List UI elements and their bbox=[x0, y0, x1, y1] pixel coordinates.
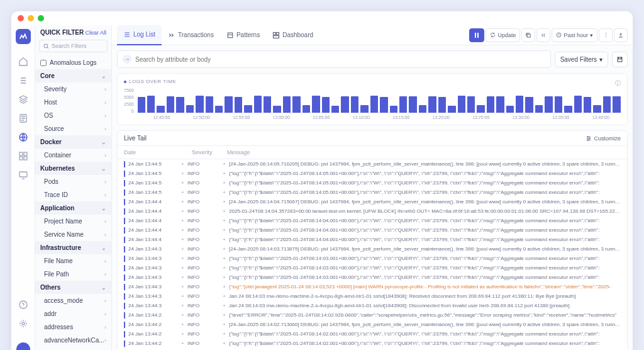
search-box[interactable]: → bbox=[117, 50, 551, 68]
bar[interactable] bbox=[206, 96, 213, 113]
bar[interactable] bbox=[593, 105, 601, 113]
bar[interactable] bbox=[574, 96, 582, 113]
filter-item[interactable]: Trace ID› bbox=[35, 188, 111, 201]
bar[interactable] bbox=[331, 106, 339, 113]
bar[interactable] bbox=[303, 105, 310, 113]
bar[interactable] bbox=[603, 96, 611, 113]
col-severity[interactable]: Severity bbox=[192, 149, 227, 155]
save-view-button[interactable] bbox=[612, 52, 628, 67]
log-row[interactable]: 24 Jan 13:44:4+INFO+2025-01-24T08:14:04.… bbox=[118, 206, 627, 216]
user-avatar[interactable] bbox=[16, 342, 30, 350]
saved-filters-button[interactable]: Saved Filters▾ bbox=[555, 52, 608, 67]
filter-item[interactable]: access_mode› bbox=[35, 294, 111, 307]
tab-dashboard[interactable]: Dashboard bbox=[266, 25, 319, 45]
bar[interactable] bbox=[283, 96, 291, 113]
filter-item[interactable]: OS› bbox=[35, 109, 111, 122]
log-row[interactable]: 24 Jan 13:44:2+INFO+[24-Jan-2025 08:14:0… bbox=[118, 320, 627, 329]
tab-log-list[interactable]: Log List bbox=[117, 25, 162, 45]
bar[interactable] bbox=[196, 96, 203, 113]
update-button[interactable]: Update bbox=[486, 28, 520, 42]
filter-item[interactable]: advanceNetworkCa...› bbox=[35, 334, 111, 347]
time-range-button[interactable]: Past hour▾ bbox=[552, 28, 597, 42]
bar[interactable] bbox=[273, 106, 280, 113]
bar[interactable] bbox=[555, 96, 562, 113]
bar[interactable] bbox=[380, 97, 387, 113]
bar[interactable] bbox=[506, 106, 514, 113]
bar[interactable] bbox=[186, 105, 194, 113]
grid-icon[interactable] bbox=[18, 151, 28, 161]
log-row[interactable]: 24 Jan 13:44:3+INFO+{"log":"{\"t\":{\"$d… bbox=[118, 273, 627, 282]
log-row[interactable]: 24 Jan 13:44:2+INFO+{"log":"{\"t\":{\"$d… bbox=[118, 339, 627, 348]
bar[interactable] bbox=[399, 96, 407, 113]
copy-button[interactable] bbox=[521, 28, 535, 42]
bar[interactable] bbox=[535, 105, 543, 113]
filter-group-docker[interactable]: Docker⌄ bbox=[35, 135, 111, 149]
home-icon[interactable] bbox=[18, 57, 28, 67]
bar[interactable] bbox=[496, 96, 504, 113]
bar[interactable] bbox=[584, 97, 591, 113]
help-icon[interactable] bbox=[18, 300, 28, 310]
filter-group-others[interactable]: Others⌄ bbox=[35, 281, 111, 294]
bar[interactable] bbox=[370, 96, 378, 113]
bar[interactable] bbox=[322, 97, 330, 113]
log-row[interactable]: 24 Jan 13:44:5+INFO+{"log":"{\"t\":{\"$d… bbox=[118, 188, 627, 197]
anomalous-checkbox[interactable]: Anomalous Logs bbox=[35, 56, 111, 69]
globe-icon[interactable] bbox=[18, 132, 28, 142]
log-row[interactable]: 24 Jan 13:44:2+INFO+{"level":"ERROR","ti… bbox=[118, 310, 627, 320]
filter-item[interactable]: Source› bbox=[35, 122, 111, 135]
bar[interactable] bbox=[215, 106, 223, 113]
bar[interactable] bbox=[419, 105, 426, 113]
bar[interactable] bbox=[351, 96, 358, 113]
bar[interactable] bbox=[438, 97, 446, 113]
col-message[interactable]: Message bbox=[227, 149, 621, 155]
bar[interactable] bbox=[516, 96, 523, 113]
bar[interactable] bbox=[292, 96, 300, 113]
customize-button[interactable]: Customize bbox=[586, 135, 621, 142]
tab-transactions[interactable]: Transactions bbox=[162, 25, 220, 45]
gear-icon[interactable] bbox=[18, 319, 28, 329]
bar[interactable] bbox=[157, 106, 164, 113]
more-button[interactable]: ⋮ bbox=[599, 28, 613, 42]
log-row[interactable]: 24 Jan 13:44:3+INFO+Jan 24 08:14:03 mw-d… bbox=[118, 301, 627, 310]
log-row[interactable]: 24 Jan 13:44:4+INFO+{"log":"{\"t\":{\"$d… bbox=[118, 225, 627, 235]
filter-item[interactable]: Container› bbox=[35, 149, 111, 162]
search-input[interactable] bbox=[135, 56, 545, 63]
log-row[interactable]: 24 Jan 13:44:3+INFO+{"log":"{\"t\":{\"$d… bbox=[118, 263, 627, 273]
tab-patterns[interactable]: Patterns bbox=[220, 25, 266, 45]
chart-bars[interactable] bbox=[138, 88, 621, 113]
monitor-icon[interactable] bbox=[18, 170, 28, 180]
bar[interactable] bbox=[545, 96, 552, 113]
layers-icon[interactable] bbox=[18, 94, 28, 104]
close-dot[interactable] bbox=[18, 15, 24, 21]
bar[interactable] bbox=[409, 96, 416, 113]
filter-item[interactable]: Host› bbox=[35, 96, 111, 109]
minimize-dot[interactable] bbox=[28, 15, 34, 21]
bar[interactable] bbox=[244, 105, 252, 113]
bar[interactable] bbox=[176, 97, 184, 113]
bar[interactable] bbox=[235, 97, 242, 113]
log-row[interactable]: 24 Jan 13:44:3+INFO+{"log":"{\"t\":{\"$d… bbox=[118, 254, 627, 263]
log-row[interactable]: 24 Jan 13:44:4+INFO+{"log":"{\"t\":{\"$d… bbox=[118, 216, 627, 225]
filter-item[interactable]: Severity› bbox=[35, 82, 111, 96]
bar[interactable] bbox=[525, 97, 533, 113]
bar[interactable] bbox=[264, 96, 271, 113]
filter-item[interactable]: agent.installation.ti...› bbox=[35, 347, 111, 350]
clear-all-link[interactable]: Clear All bbox=[85, 30, 106, 36]
filter-group-application[interactable]: Application⌄ bbox=[35, 201, 111, 215]
filter-item[interactable]: Service Name› bbox=[35, 228, 111, 241]
log-row[interactable]: 24 Jan 13:44:5+INFO+[24-Jan-2025 08:14:0… bbox=[118, 159, 627, 169]
log-row[interactable]: 24 Jan 13:44:2+INFO+{"log":"{\"t\":{\"$d… bbox=[118, 329, 627, 339]
log-row[interactable]: 24 Jan 13:44:4+INFO+{"log":"{\"t\":{\"$d… bbox=[118, 235, 627, 244]
bar[interactable] bbox=[564, 106, 572, 113]
log-row[interactable]: 24 Jan 13:44:5+INFO+{"log":"{\"t\":{\"$d… bbox=[118, 178, 627, 188]
bar[interactable] bbox=[390, 106, 397, 113]
filter-item[interactable]: File Path› bbox=[35, 268, 111, 281]
bar[interactable] bbox=[312, 96, 319, 113]
filter-item[interactable]: addresses› bbox=[35, 320, 111, 334]
log-row[interactable]: 24 Jan 13:44:3+INFO+[24-Jan-2025 08:14:0… bbox=[118, 244, 627, 254]
bar[interactable] bbox=[254, 96, 262, 113]
bar[interactable] bbox=[225, 96, 232, 113]
export-button[interactable] bbox=[614, 28, 628, 42]
filter-item[interactable]: File Name› bbox=[35, 254, 111, 268]
log-row[interactable]: 24 Jan 13:44:3+INFO+{"log":"[otel.javaag… bbox=[118, 282, 627, 291]
